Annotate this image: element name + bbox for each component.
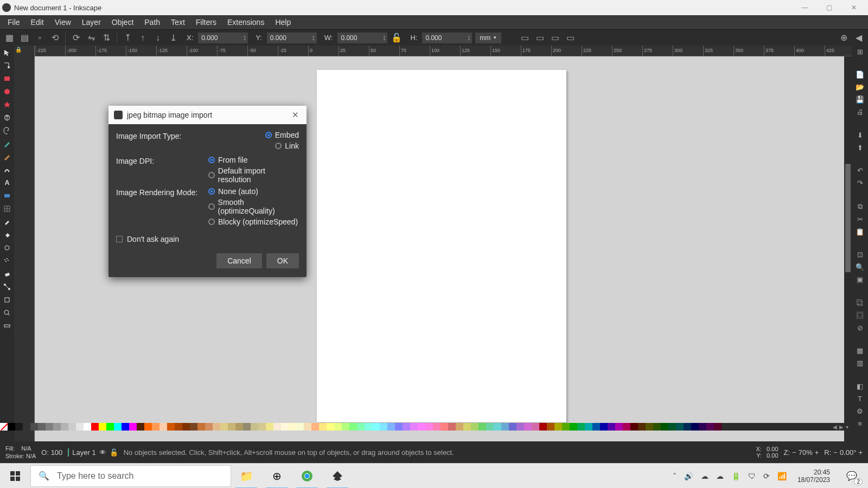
menu-edit[interactable]: Edit xyxy=(25,16,49,28)
tray-wifi-icon[interactable]: 📶 xyxy=(775,470,789,483)
radio-embed[interactable] xyxy=(265,132,272,138)
tray-update-icon[interactable]: ⟳ xyxy=(761,470,772,483)
h-spinner[interactable]: ▲▼ xyxy=(465,35,472,41)
unit-selector[interactable]: mm▼ xyxy=(475,33,501,43)
menu-extensions[interactable]: Extensions xyxy=(222,16,270,28)
rotate-ccw-icon[interactable]: ⟲ xyxy=(49,32,61,44)
y-input[interactable] xyxy=(267,33,310,43)
raise-icon[interactable]: ↑ xyxy=(137,32,149,44)
color-swatch[interactable] xyxy=(372,423,380,431)
snap-settings-icon[interactable]: ⊞ xyxy=(855,48,865,56)
circle-tool-icon[interactable] xyxy=(2,87,12,97)
eraser-tool-icon[interactable] xyxy=(2,269,12,279)
rotation-control[interactable]: R: −0.00°+ xyxy=(824,448,863,457)
menu-layer[interactable]: Layer xyxy=(76,16,106,28)
color-swatch[interactable] xyxy=(433,423,441,431)
color-swatch[interactable] xyxy=(311,423,319,431)
lower-icon[interactable]: ↓ xyxy=(152,32,164,44)
color-swatch[interactable] xyxy=(349,423,357,431)
color-swatch[interactable] xyxy=(380,423,387,431)
notification-center[interactable]: 💬2 xyxy=(839,464,865,489)
print-icon[interactable]: 🖨 xyxy=(855,108,865,116)
h-input[interactable] xyxy=(422,33,465,43)
color-swatch[interactable] xyxy=(463,423,471,431)
color-swatch[interactable] xyxy=(592,423,600,431)
color-swatch[interactable] xyxy=(547,423,554,431)
color-swatch[interactable] xyxy=(395,423,403,431)
color-swatch[interactable] xyxy=(243,423,251,431)
move-patterns-icon[interactable]: ▭ xyxy=(564,32,576,44)
taskbar-clock[interactable]: 20:45 18/07/2023 xyxy=(792,468,835,484)
tray-chevron-icon[interactable]: ˄ xyxy=(671,470,679,483)
color-swatch[interactable] xyxy=(562,423,570,431)
maximize-button[interactable]: ▢ xyxy=(817,0,841,15)
text-tool-icon[interactable]: A xyxy=(2,178,12,188)
color-swatch[interactable] xyxy=(319,423,327,431)
color-swatch[interactable] xyxy=(570,423,577,431)
color-swatch[interactable] xyxy=(15,423,23,431)
deselect-icon[interactable]: ▫ xyxy=(34,32,46,44)
text-dialog-icon[interactable]: T xyxy=(855,395,865,403)
color-swatch[interactable] xyxy=(365,423,372,431)
color-swatch[interactable] xyxy=(441,423,448,431)
color-swatch[interactable] xyxy=(23,423,30,431)
color-swatch[interactable] xyxy=(251,423,258,431)
minimize-button[interactable]: — xyxy=(793,0,817,15)
w-input[interactable] xyxy=(337,33,381,43)
color-swatch[interactable] xyxy=(76,423,84,431)
rotate-cw-icon[interactable]: ⟳ xyxy=(70,32,82,44)
color-swatch[interactable] xyxy=(159,423,167,431)
guide-lock[interactable]: 🔒 xyxy=(14,46,23,463)
radio-dpi-default[interactable] xyxy=(208,172,215,178)
paste-icon[interactable]: 📋 xyxy=(855,228,865,236)
calligraphy-tool-icon[interactable] xyxy=(2,165,12,175)
color-swatch[interactable] xyxy=(608,423,615,431)
color-swatch[interactable] xyxy=(220,423,228,431)
radio-dpi-file[interactable] xyxy=(208,157,215,163)
color-swatch[interactable] xyxy=(623,423,630,431)
import-icon[interactable]: ⬇ xyxy=(855,131,865,139)
menu-text[interactable]: Text xyxy=(165,16,190,28)
menu-help[interactable]: Help xyxy=(270,16,296,28)
zoom-control[interactable]: Z: −70%+ xyxy=(784,448,819,457)
color-swatch[interactable] xyxy=(68,423,76,431)
color-swatch[interactable] xyxy=(228,423,235,431)
zoom-tool-icon[interactable] xyxy=(2,308,12,318)
vertical-scrollbar[interactable] xyxy=(844,56,852,455)
copy-icon[interactable]: ⧉ xyxy=(855,202,865,211)
color-swatch[interactable] xyxy=(600,423,608,431)
cut-icon[interactable]: ✂ xyxy=(855,215,865,223)
y-spinner[interactable]: ▲▼ xyxy=(310,35,317,41)
connector-tool-icon[interactable] xyxy=(2,282,12,292)
cancel-button[interactable]: Cancel xyxy=(216,253,262,268)
spray-tool-icon[interactable] xyxy=(2,256,12,266)
mesh-tool-icon[interactable] xyxy=(2,204,12,214)
taskbar-inkscape-icon[interactable] xyxy=(322,464,353,489)
color-swatch[interactable] xyxy=(8,423,15,431)
color-swatch[interactable] xyxy=(296,423,304,431)
menu-file[interactable]: File xyxy=(2,16,25,28)
color-swatch[interactable] xyxy=(190,423,197,431)
palette-menu[interactable]: ▾ xyxy=(846,424,848,430)
color-swatch[interactable] xyxy=(213,423,220,431)
menu-view[interactable]: View xyxy=(49,16,76,28)
menu-object[interactable]: Object xyxy=(106,16,139,28)
color-swatch[interactable] xyxy=(653,423,661,431)
layer-lock-icon[interactable]: 🔓 xyxy=(110,448,118,457)
taskbar-search[interactable]: 🔍 Type here to search xyxy=(30,465,231,487)
unlink-clone-icon[interactable]: ⊘ xyxy=(855,324,865,332)
tray-battery-icon[interactable]: 🔋 xyxy=(729,470,743,483)
color-swatch[interactable] xyxy=(197,423,205,431)
no-color-swatch[interactable] xyxy=(0,423,8,431)
color-swatch[interactable] xyxy=(137,423,144,431)
ok-button[interactable]: OK xyxy=(266,253,299,268)
star-tool-icon[interactable] xyxy=(2,100,12,110)
rectangle-tool-icon[interactable] xyxy=(2,74,12,84)
panel-toggle-icon[interactable]: ◀ xyxy=(853,32,865,44)
tray-sound-icon[interactable]: 🔊 xyxy=(682,470,695,483)
taskbar-explorer-icon[interactable]: 📁 xyxy=(231,464,261,489)
color-swatch[interactable] xyxy=(638,423,646,431)
color-swatch[interactable] xyxy=(205,423,213,431)
color-swatch[interactable] xyxy=(486,423,494,431)
color-swatch[interactable] xyxy=(129,423,137,431)
